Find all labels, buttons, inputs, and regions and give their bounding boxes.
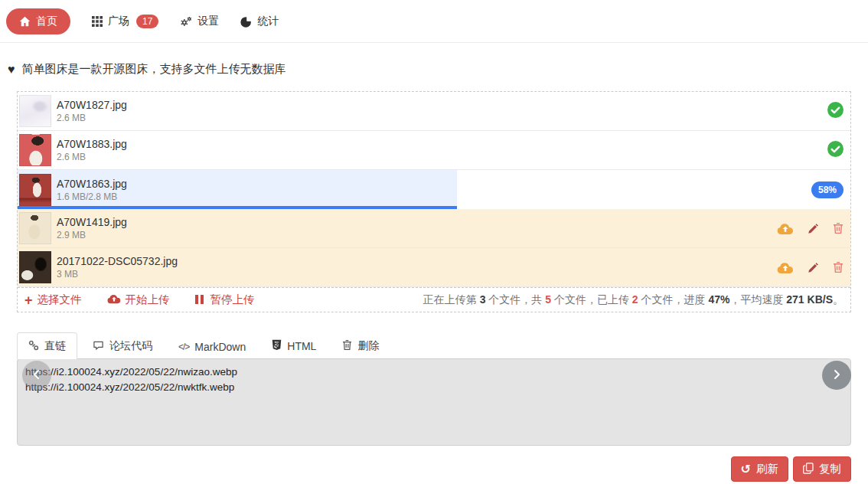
file-row-uploading: A70W1863.jpg 1.6 MB/2.8 MB 58% xyxy=(18,170,850,209)
upload-success-icon xyxy=(827,102,844,121)
file-thumbnail xyxy=(19,95,51,127)
nav-item-settings[interactable]: 设置 xyxy=(180,15,219,28)
pause-upload-label: 暂停上传 xyxy=(210,293,255,307)
nav-item-label: 广场 xyxy=(108,15,129,28)
pause-upload-button[interactable]: 暂停上传 xyxy=(195,293,255,307)
link-icon xyxy=(28,340,39,353)
chat-bubble-icon xyxy=(93,340,104,353)
file-thumbnail xyxy=(19,251,51,283)
copy-button[interactable]: 复制 xyxy=(793,456,851,482)
tab-html[interactable]: HTML xyxy=(261,333,327,359)
site-tagline: ♥ 简单图床是一款开源图床，支持多文件上传无数据库 xyxy=(8,62,868,77)
output-panel: https://i2.100024.xyz/2022/05/22/nwizao.… xyxy=(17,358,851,446)
file-row-pending: A70W1419.jpg 2.9 MB xyxy=(18,209,850,248)
pause-icon xyxy=(195,294,206,306)
nav-item-gallery[interactable]: 广场 17 xyxy=(92,15,158,28)
file-size: 1.6 MB/2.8 MB xyxy=(57,191,127,202)
refresh-button[interactable]: ↺ 刷新 xyxy=(731,456,788,482)
choose-files-button[interactable]: + 选择文件 xyxy=(24,293,82,307)
nav-item-label: 首页 xyxy=(36,15,57,28)
file-name: A70W1863.jpg xyxy=(57,178,127,190)
prev-arrow-button[interactable] xyxy=(22,361,51,390)
tagline-text: 简单图床是一款开源图床，支持多文件上传无数据库 xyxy=(22,62,286,77)
trash-icon xyxy=(342,339,352,353)
start-upload-button[interactable]: 开始上传 xyxy=(107,293,170,307)
start-upload-label: 开始上传 xyxy=(126,293,170,307)
nav-item-label: 统计 xyxy=(257,15,279,28)
uploaded-files-number: 2 xyxy=(632,293,638,306)
tab-delete[interactable]: 删除 xyxy=(331,333,390,359)
progress-badge: 58% xyxy=(811,182,844,198)
copy-icon xyxy=(803,463,814,476)
gallery-count-badge: 17 xyxy=(136,15,158,28)
file-row-pending: 20171022-DSC05732.jpg 3 MB xyxy=(18,248,850,287)
total-files-number: 5 xyxy=(545,293,551,306)
file-size: 2.9 MB xyxy=(57,230,127,240)
gears-icon xyxy=(180,16,192,28)
tab-forum-code[interactable]: 论坛代码 xyxy=(82,333,163,359)
chevron-left-icon xyxy=(31,368,43,383)
delete-trash-icon[interactable] xyxy=(833,261,844,273)
pie-chart-icon xyxy=(240,16,252,28)
upload-toolbar: + 选择文件 开始上传 暂停上传 正在上传第 3 个文件，共 5 个文件，已上传… xyxy=(18,287,850,312)
upload-cloud-icon xyxy=(107,293,121,306)
nav-item-home[interactable]: 首页 xyxy=(6,8,70,34)
file-row: A70W1883.jpg 2.6 MB xyxy=(18,131,850,170)
next-arrow-button[interactable] xyxy=(822,361,851,390)
file-size: 2.6 MB xyxy=(57,113,127,123)
tab-label: 直链 xyxy=(44,339,66,353)
progress-percent: 47% xyxy=(708,293,729,306)
edit-pencil-icon[interactable] xyxy=(808,223,819,234)
file-name: A70W1883.jpg xyxy=(57,138,127,150)
average-speed: 271 KB/S xyxy=(786,293,833,306)
file-size: 3 MB xyxy=(57,269,178,280)
refresh-label: 刷新 xyxy=(756,462,778,476)
tab-label: HTML xyxy=(287,340,316,352)
copy-label: 复制 xyxy=(819,462,841,476)
output-tabs: 直链 论坛代码 </> MarkDown HTML 删除 xyxy=(17,332,851,359)
plus-icon: + xyxy=(24,293,33,307)
output-links[interactable]: https://i2.100024.xyz/2022/05/22/nwizao.… xyxy=(18,359,850,401)
file-thumbnail xyxy=(19,174,51,206)
file-row: A70W1827.jpg 2.6 MB xyxy=(18,92,850,131)
file-size: 2.6 MB xyxy=(57,152,127,162)
html5-icon xyxy=(272,339,282,353)
nav-item-label: 设置 xyxy=(197,15,219,28)
tab-label: 论坛代码 xyxy=(109,339,152,353)
file-thumbnail xyxy=(19,212,51,244)
grid-icon xyxy=(92,16,103,27)
upload-status-text: 正在上传第 3 个文件，共 5 个文件，已上传 2 个文件，进度 47%，平均速… xyxy=(423,293,844,307)
upload-success-icon xyxy=(827,141,844,160)
tab-label: 删除 xyxy=(357,339,379,353)
upload-file-list: A70W1827.jpg 2.6 MB A70W1883.jpg 2.6 MB … xyxy=(17,91,851,312)
edit-pencil-icon[interactable] xyxy=(808,262,819,273)
code-icon: </> xyxy=(178,342,189,352)
file-name: 20171022-DSC05732.jpg xyxy=(57,255,178,267)
heart-icon: ♥ xyxy=(8,64,15,76)
nav-item-stats[interactable]: 统计 xyxy=(240,15,279,28)
file-name: A70W1827.jpg xyxy=(57,99,127,111)
top-navigation: 首页 广场 17 设置 统计 xyxy=(0,0,868,43)
upload-file-icon[interactable] xyxy=(777,222,794,235)
tab-label: MarkDown xyxy=(194,341,246,353)
refresh-icon: ↺ xyxy=(741,463,751,476)
tab-markdown[interactable]: </> MarkDown xyxy=(168,335,256,359)
file-thumbnail xyxy=(19,134,51,166)
tab-direct-link[interactable]: 直链 xyxy=(17,332,77,359)
home-icon xyxy=(19,16,31,27)
upload-file-icon[interactable] xyxy=(777,261,794,274)
chevron-right-icon xyxy=(830,368,843,383)
delete-trash-icon[interactable] xyxy=(833,222,844,234)
footer-actions: ↺ 刷新 复制 xyxy=(0,456,851,482)
choose-files-label: 选择文件 xyxy=(38,293,82,307)
file-name: A70W1419.jpg xyxy=(57,216,127,228)
